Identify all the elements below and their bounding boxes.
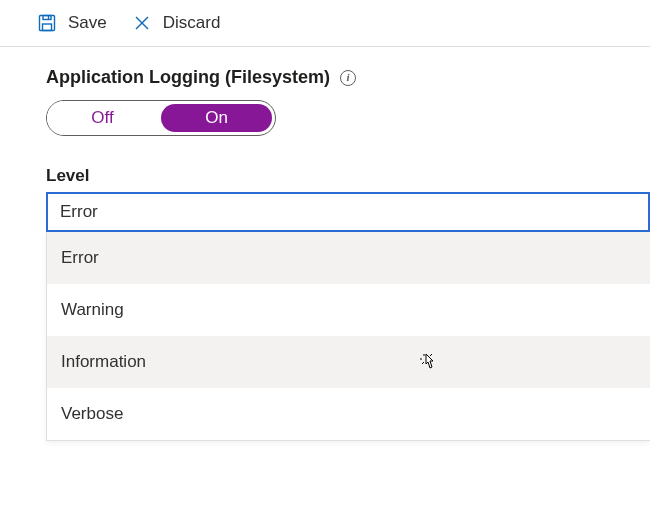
level-option-verbose[interactable]: Verbose (47, 388, 650, 440)
save-button[interactable]: Save (36, 12, 107, 34)
toolbar: Save Discard (0, 0, 650, 47)
close-icon (131, 12, 153, 34)
info-icon[interactable]: i (340, 70, 356, 86)
section-header: Application Logging (Filesystem) i (46, 67, 626, 88)
level-label: Level (46, 166, 626, 186)
toggle-off-option[interactable]: Off (47, 101, 158, 135)
level-select[interactable]: Error (46, 192, 650, 232)
toggle-on-label: On (205, 108, 228, 128)
option-label: Verbose (61, 404, 123, 424)
level-option-warning[interactable]: Warning (47, 284, 650, 336)
discard-label: Discard (163, 13, 221, 33)
save-label: Save (68, 13, 107, 33)
option-label: Information (61, 352, 146, 372)
level-dropdown: Error Warning Information Verbose (46, 232, 650, 441)
discard-button[interactable]: Discard (131, 12, 221, 34)
save-icon (36, 12, 58, 34)
logging-toggle[interactable]: Off On (46, 100, 276, 136)
svg-rect-1 (43, 24, 52, 31)
option-label: Error (61, 248, 99, 268)
svg-rect-0 (40, 16, 55, 31)
toggle-off-label: Off (91, 108, 113, 128)
cursor-icon (418, 350, 440, 381)
level-option-information[interactable]: Information (47, 336, 650, 388)
svg-rect-2 (43, 16, 51, 20)
content-area: Application Logging (Filesystem) i Off O… (0, 47, 650, 441)
toggle-on-option[interactable]: On (161, 104, 272, 132)
level-selected-value: Error (60, 202, 98, 222)
level-option-error[interactable]: Error (47, 232, 650, 284)
section-title: Application Logging (Filesystem) (46, 67, 330, 88)
option-label: Warning (61, 300, 124, 320)
